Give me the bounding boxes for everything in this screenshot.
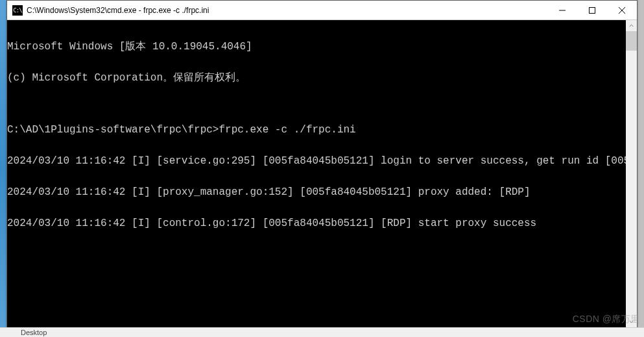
console-line: 2024/03/10 11:16:42 [I] [proxy_manager.g… [7, 187, 625, 197]
watermark: CSDN @席万里 [573, 314, 640, 325]
window-title: C:\Windows\System32\cmd.exe - frpc.exe -… [27, 6, 547, 15]
svg-rect-1 [590, 7, 595, 13]
console-line: (c) Microsoft Corporation。保留所有权利。 [7, 73, 625, 83]
scroll-track[interactable] [626, 31, 637, 316]
cmd-window: C:\ C:\Windows\System32\cmd.exe - frpc.e… [6, 0, 638, 328]
vertical-scrollbar[interactable] [626, 20, 637, 327]
close-icon [619, 7, 625, 14]
maximize-icon [589, 7, 595, 14]
chevron-up-icon [629, 23, 634, 28]
titlebar[interactable]: C:\ C:\Windows\System32\cmd.exe - frpc.e… [7, 1, 637, 20]
scroll-thumb[interactable] [626, 31, 637, 51]
console-content: Microsoft Windows [版本 10.0.19045.4046] (… [7, 20, 625, 327]
cmd-icon: C:\ [12, 5, 23, 16]
maximize-button[interactable] [577, 1, 607, 19]
console-body[interactable]: Microsoft Windows [版本 10.0.19045.4046] (… [7, 20, 637, 327]
window-controls [547, 1, 637, 19]
console-line: Microsoft Windows [版本 10.0.19045.4046] [7, 42, 625, 52]
minimize-icon [559, 7, 566, 14]
desktop-background-strip [0, 0, 6, 337]
taskbar-desktop-label: Desktop [21, 329, 47, 336]
console-line: 2024/03/10 11:16:42 [I] [service.go:295]… [7, 156, 625, 166]
console-line: 2024/03/10 11:16:42 [I] [control.go:172]… [7, 218, 625, 229]
minimize-button[interactable] [547, 1, 577, 19]
scroll-up-button[interactable] [626, 20, 637, 31]
console-line: C:\AD\1Plugins-software\frpc\frpc>frpc.e… [7, 125, 625, 135]
close-button[interactable] [607, 1, 637, 19]
taskbar[interactable]: Desktop [0, 327, 644, 337]
